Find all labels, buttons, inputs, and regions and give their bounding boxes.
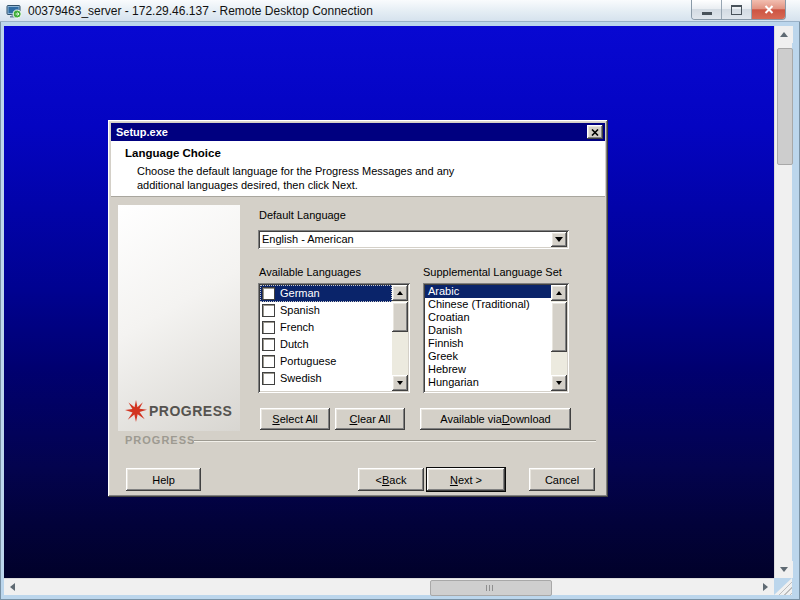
scrollbar-thumb[interactable] [430, 580, 552, 596]
available-via-download-button[interactable]: Available via Download [420, 408, 571, 430]
close-icon [764, 5, 774, 14]
language-option-label: French [280, 319, 314, 336]
supplemental-language-greek[interactable]: Greek [425, 350, 551, 363]
arrow-down-icon [780, 567, 788, 572]
dialog-titlebar[interactable]: Setup.exe [111, 123, 605, 141]
scrollbar-thumb[interactable] [392, 302, 408, 332]
arrow-down-icon [397, 381, 403, 385]
dialog-title: Setup.exe [116, 123, 168, 141]
supplemental-language-icelandic[interactable]: Icelandic [425, 389, 551, 391]
default-language-label: Default Language [259, 209, 346, 221]
scroll-down-button[interactable] [392, 375, 408, 391]
checkbox-icon[interactable] [262, 338, 275, 351]
footer-brand-text: PROGRESS [125, 434, 195, 446]
available-language-portuguese[interactable]: Portuguese [260, 353, 392, 370]
arrow-up-icon [556, 291, 562, 295]
scroll-up-button[interactable] [392, 285, 408, 301]
arrow-up-icon [780, 32, 788, 37]
supplemental-language-croatian[interactable]: Croatian [425, 311, 551, 324]
checkbox-icon[interactable] [262, 304, 275, 317]
available-language-german[interactable]: German [260, 285, 392, 302]
scroll-right-button[interactable] [757, 579, 774, 595]
arrow-down-icon [556, 381, 562, 385]
progress-starburst-icon [125, 400, 147, 422]
supplemental-language-hungarian[interactable]: Hungarian [425, 376, 551, 389]
supplemental-language-arabic[interactable]: Arabic [425, 285, 551, 298]
combobox-dropdown-button[interactable] [551, 232, 567, 247]
supplemental-language-set-label: Supplemental Language Set [423, 266, 562, 278]
close-button[interactable] [752, 0, 785, 19]
supplemental-list-scrollbar[interactable] [551, 285, 567, 391]
dialog-header: Language Choice Choose the default langu… [111, 141, 605, 197]
checkbox-icon[interactable] [262, 321, 275, 334]
rdp-window: { "colors": { "dialog_titlebar": "#00008… [0, 0, 800, 600]
resize-grip[interactable] [774, 578, 792, 595]
language-option-label: Dutch [280, 336, 309, 353]
checkbox-icon[interactable] [262, 372, 275, 385]
maximize-icon [731, 5, 742, 15]
combobox-selected-value: English - American [262, 232, 549, 247]
supplemental-language-danish[interactable]: Danish [425, 324, 551, 337]
arrow-left-icon [10, 583, 15, 591]
caption-button-group [691, 0, 786, 20]
header-description-line-2: additional languages desired, then click… [137, 179, 358, 191]
available-language-french[interactable]: French [260, 319, 392, 336]
language-option-label: German [280, 285, 320, 302]
back-button[interactable]: < Back [358, 468, 424, 491]
available-language-dutch[interactable]: Dutch [260, 336, 392, 353]
available-language-spanish[interactable]: Spanish [260, 302, 392, 319]
remote-desktop-icon [6, 3, 22, 19]
minimize-icon [702, 12, 712, 15]
scroll-down-button[interactable] [775, 561, 793, 578]
rdp-window-title: 00379463_server - 172.29.46.137 - Remote… [28, 0, 373, 22]
chevron-down-icon [555, 237, 563, 242]
close-icon [591, 129, 599, 136]
setup-dialog: Setup.exe Language Choice Choose the def… [108, 120, 608, 497]
language-option-label: Portuguese [280, 353, 336, 370]
footer-divider [194, 440, 596, 441]
checkbox-icon[interactable] [262, 355, 275, 368]
select-all-button[interactable]: Select All [260, 408, 330, 430]
scroll-up-button[interactable] [551, 285, 567, 301]
checkbox-icon[interactable] [262, 287, 275, 300]
clear-all-button[interactable]: Clear All [335, 408, 405, 430]
scrollbar-thumb[interactable] [777, 48, 793, 165]
available-languages-label: Available Languages [259, 266, 361, 278]
language-option-label: Swedish [280, 370, 322, 387]
scroll-down-button[interactable] [551, 375, 567, 391]
available-list-scrollbar[interactable] [392, 285, 408, 391]
progress-logo-text: PROGRESS [149, 403, 232, 419]
vertical-scrollbar[interactable] [774, 26, 792, 578]
available-languages-list[interactable]: GermanSpanishFrenchDutchPortugueseSwedis… [258, 283, 410, 393]
supplemental-language-finnish[interactable]: Finnish [425, 337, 551, 350]
page-title: Language Choice [125, 147, 221, 159]
language-option-label: Spanish [280, 302, 320, 319]
cancel-button[interactable]: Cancel [529, 468, 595, 491]
scroll-left-button[interactable] [4, 579, 21, 595]
scroll-up-button[interactable] [775, 26, 793, 43]
arrow-up-icon [397, 291, 403, 295]
available-language-swedish[interactable]: Swedish [260, 370, 392, 387]
brand-panel: PROGRESS [118, 205, 240, 431]
help-button[interactable]: Help [126, 468, 201, 491]
scrollbar-thumb[interactable] [551, 302, 567, 352]
next-button[interactable]: Next > [427, 468, 505, 491]
arrow-right-icon [763, 583, 768, 591]
header-description-line-1: Choose the default language for the Prog… [137, 165, 454, 177]
default-language-combobox[interactable]: English - American [258, 230, 569, 249]
minimize-button[interactable] [692, 0, 722, 19]
maximize-button[interactable] [722, 0, 752, 19]
progress-logo: PROGRESS [125, 400, 232, 422]
dialog-close-button[interactable] [587, 125, 603, 139]
horizontal-scrollbar[interactable] [4, 578, 774, 595]
supplemental-language-list[interactable]: ArabicChinese (Traditional)CroatianDanis… [423, 283, 569, 393]
supplemental-language-chinese-traditional[interactable]: Chinese (Traditional) [425, 298, 551, 311]
rdp-titlebar[interactable]: 00379463_server - 172.29.46.137 - Remote… [0, 0, 800, 22]
supplemental-language-hebrew[interactable]: Hebrew [425, 363, 551, 376]
